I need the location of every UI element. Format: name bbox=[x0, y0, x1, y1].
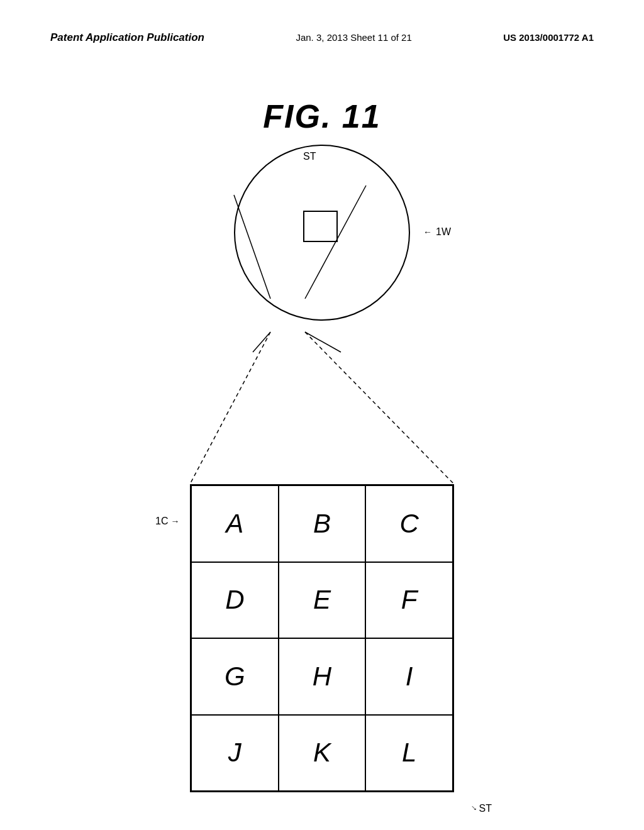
grid-cell-d: D bbox=[191, 562, 279, 639]
grid-cell-b: B bbox=[279, 485, 366, 562]
grid-cell-k: K bbox=[279, 715, 366, 792]
grid-cell-i: I bbox=[365, 638, 453, 715]
circle-line-top-left bbox=[234, 195, 270, 299]
circle-line-bottom-right bbox=[305, 332, 341, 352]
circle-line-bottom-left bbox=[253, 332, 270, 352]
grid-cell-h: H bbox=[279, 638, 366, 715]
grid-cell-c: C bbox=[365, 485, 453, 562]
grid-cell-f: F bbox=[365, 562, 453, 639]
dotted-line-left bbox=[190, 332, 270, 484]
page: Patent Application Publication Jan. 3, 2… bbox=[0, 0, 644, 830]
grid-cell-a: A bbox=[191, 485, 279, 562]
date-sheet-label: Jan. 3, 2013 Sheet 11 of 21 bbox=[296, 32, 411, 43]
publication-label: Patent Application Publication bbox=[50, 31, 204, 44]
grid-container: 1C ABCDEFGHIJKL ST bbox=[190, 484, 454, 792]
diagram-area: ST 1W bbox=[127, 145, 517, 773]
grid-cell-j: J bbox=[191, 715, 279, 792]
circle-line-top-right bbox=[305, 185, 366, 299]
st-bottom-label: ST bbox=[472, 803, 492, 814]
header: Patent Application Publication Jan. 3, 2… bbox=[0, 31, 644, 44]
figure-title: FIG. 11 bbox=[263, 97, 380, 135]
patent-number-label: US 2013/0001772 A1 bbox=[503, 32, 594, 43]
grid-cell-g: G bbox=[191, 638, 279, 715]
grid-cell-l: L bbox=[365, 715, 453, 792]
dotted-line-right bbox=[305, 332, 454, 484]
chip-group-label: 1C bbox=[155, 516, 179, 527]
grid-cell-e: E bbox=[279, 562, 366, 639]
chip-grid: ABCDEFGHIJKL bbox=[190, 484, 454, 792]
